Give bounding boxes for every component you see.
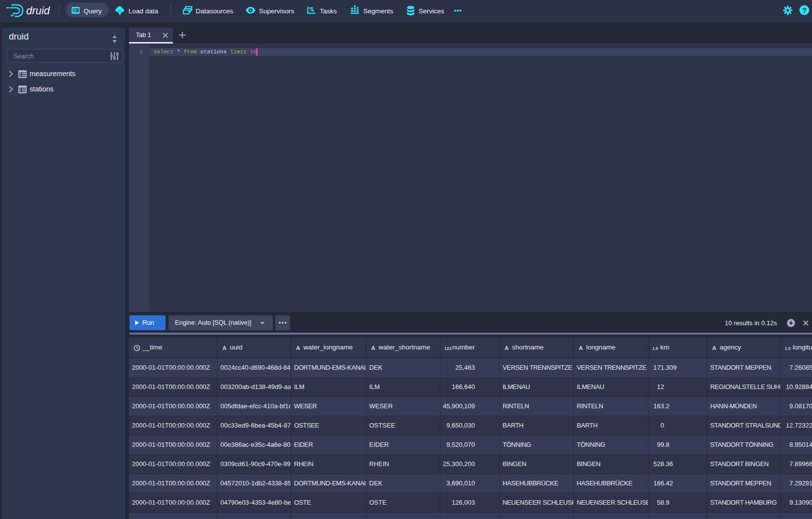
svg-text:?: ? [802,6,807,14]
